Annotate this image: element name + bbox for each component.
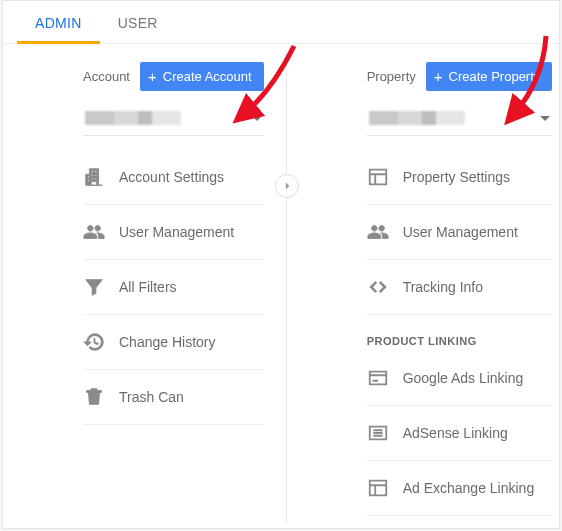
account-settings-item[interactable]: Account Settings: [83, 150, 264, 205]
account-menu: Account Settings User Management All Fil…: [83, 150, 264, 425]
property-user-management-item[interactable]: User Management: [367, 205, 553, 260]
card-icon: [367, 367, 389, 389]
list-icon: [367, 422, 389, 444]
menu-label: User Management: [119, 224, 234, 241]
adsense-linking-item[interactable]: AdSense Linking: [367, 406, 553, 461]
move-property-button[interactable]: [275, 174, 299, 198]
menu-label: Google Ads Linking: [403, 370, 524, 387]
menu-label: Ad Exchange Linking: [403, 480, 535, 497]
trash-can-item[interactable]: Trash Can: [83, 370, 264, 425]
menu-label: AdSense Linking: [403, 425, 508, 442]
users-icon: [367, 221, 389, 243]
property-selector[interactable]: [367, 105, 553, 136]
property-menu: Property Settings User Management Tracki…: [367, 150, 553, 315]
property-header: Property + Create Property: [305, 62, 560, 97]
tab-user[interactable]: USER: [100, 1, 176, 43]
tab-admin[interactable]: ADMIN: [17, 1, 100, 43]
layout-icon: [367, 477, 389, 499]
ad-exchange-linking-item[interactable]: Ad Exchange Linking: [367, 461, 553, 516]
create-property-label: Create Property: [449, 69, 541, 84]
admin-panel: ADMIN USER Account + Create Account Acco…: [2, 0, 560, 529]
menu-label: Change History: [119, 334, 216, 351]
menu-label: Property Settings: [403, 169, 510, 186]
tabs: ADMIN USER: [3, 1, 559, 44]
account-user-management-item[interactable]: User Management: [83, 205, 264, 260]
chevron-down-icon: [252, 116, 262, 121]
property-settings-item[interactable]: Property Settings: [367, 150, 553, 205]
plus-icon: +: [434, 69, 443, 84]
menu-label: Tracking Info: [403, 279, 483, 296]
property-selected-value: [369, 111, 465, 125]
product-linking-heading: PRODUCT LINKING: [367, 315, 553, 351]
tracking-info-item[interactable]: Tracking Info: [367, 260, 553, 315]
plus-icon: +: [148, 69, 157, 84]
menu-label: User Management: [403, 224, 518, 241]
account-header: Account + Create Account: [21, 62, 276, 97]
layout-icon: [367, 166, 389, 188]
account-column: Account + Create Account Account Setting…: [3, 62, 286, 523]
menu-label: Account Settings: [119, 169, 224, 186]
users-icon: [83, 221, 105, 243]
create-account-button[interactable]: + Create Account: [140, 62, 264, 91]
chevron-down-icon: [540, 116, 550, 121]
trash-icon: [83, 386, 105, 408]
account-selector[interactable]: [83, 105, 264, 136]
change-history-item[interactable]: Change History: [83, 315, 264, 370]
create-account-label: Create Account: [163, 69, 252, 84]
account-label: Account: [83, 69, 130, 84]
create-property-button[interactable]: + Create Property: [426, 62, 553, 91]
property-column: Property + Create Property Property Sett…: [286, 62, 560, 523]
all-filters-item[interactable]: All Filters: [83, 260, 264, 315]
property-label: Property: [367, 69, 416, 84]
code-icon: [367, 276, 389, 298]
funnel-icon: [83, 276, 105, 298]
history-icon: [83, 331, 105, 353]
account-selected-value: [85, 111, 181, 125]
building-icon: [83, 166, 105, 188]
columns: Account + Create Account Account Setting…: [3, 44, 559, 523]
arrow-right-icon: [280, 179, 294, 193]
menu-label: All Filters: [119, 279, 177, 296]
product-linking-menu: Google Ads Linking AdSense Linking Ad Ex…: [367, 351, 553, 516]
google-ads-linking-item[interactable]: Google Ads Linking: [367, 351, 553, 406]
menu-label: Trash Can: [119, 389, 184, 406]
